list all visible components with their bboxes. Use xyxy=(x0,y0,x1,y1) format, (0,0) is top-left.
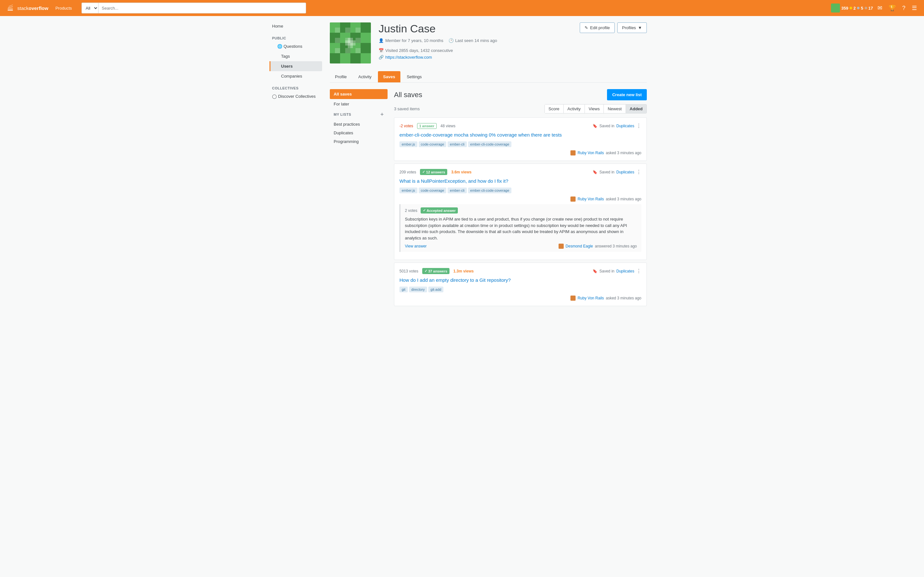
reputation-badge[interactable]: 359 2 5 17 xyxy=(831,3,873,13)
question-3-title[interactable]: How do I add an empty directory to a Git… xyxy=(399,277,641,284)
products-nav[interactable]: Products xyxy=(52,4,75,13)
question-3-save-info: 🔖 Saved in Duplicates ⋮ xyxy=(593,268,641,274)
question-2-more-button[interactable]: ⋮ xyxy=(636,169,641,175)
svg-rect-16 xyxy=(351,53,360,63)
last-seen: 🕐 Last seen 14 mins ago xyxy=(449,38,497,43)
sort-views-button[interactable]: Views xyxy=(585,105,604,113)
saves-main: All saves Create new list 3 saved items … xyxy=(394,89,647,309)
view-answer-link-2[interactable]: View answer xyxy=(405,244,427,248)
tag-git-3[interactable]: git xyxy=(399,287,408,292)
svg-rect-18 xyxy=(335,27,340,33)
svg-rect-13 xyxy=(360,43,371,53)
list-duplicates[interactable]: Duplicates xyxy=(330,129,388,137)
list-programming[interactable]: Programming xyxy=(330,137,388,146)
svg-rect-19 xyxy=(345,27,351,33)
question-2-footer: Ruby Von Rails asked 3 minutes ago xyxy=(399,197,641,201)
question-3-tags: git directory git-add xyxy=(399,287,641,292)
question-2-tags: ember.js code-coverage ember-cli ember-c… xyxy=(399,187,641,193)
asker-name-3[interactable]: Ruby Von Rails xyxy=(577,296,604,300)
answer-snippet-2: 2 votes ✓ Accepted answer Subscription k… xyxy=(399,204,641,252)
sidebar-item-tags[interactable]: Tags xyxy=(270,51,322,61)
sidebar-item-users[interactable]: Users xyxy=(270,61,322,71)
sidebar-item-discover-collectives[interactable]: ◯ Discover Collectives xyxy=(270,91,322,101)
search-input[interactable] xyxy=(98,3,306,13)
gold-badge-count: 2 xyxy=(853,6,856,11)
tag-ember-js-2[interactable]: ember.js xyxy=(399,187,417,193)
tab-saves[interactable]: Saves xyxy=(378,71,401,82)
search-scope-dropdown[interactable]: All xyxy=(81,3,98,13)
question-2-title[interactable]: What is a NullPointerException, and how … xyxy=(399,177,641,184)
question-1-meta-top: -2 votes 1 answer 48 views 🔖 Saved in Du… xyxy=(399,123,641,129)
question-1-answers: 1 answer xyxy=(417,123,437,129)
answerer-name-2[interactable]: Desmond Eagle xyxy=(565,244,593,248)
sort-buttons: Score Activity Views Newest Added xyxy=(544,104,647,113)
answer-snippet-2-meta: 2 votes ✓ Accepted answer xyxy=(405,207,637,213)
sidebar-item-companies[interactable]: Companies xyxy=(270,71,322,81)
asker-name-1[interactable]: Ruby Von Rails xyxy=(577,151,604,155)
profile-header: Justin Case 👤 Member for 7 years, 10 mon… xyxy=(330,23,647,63)
tag-ember-cli-1[interactable]: ember-cli xyxy=(447,141,467,147)
tab-profile[interactable]: Profile xyxy=(330,71,352,82)
sidebar-item-home[interactable]: Home xyxy=(270,21,322,31)
question-1-more-button[interactable]: ⋮ xyxy=(636,123,641,129)
question-3-views: 1.3m views xyxy=(453,269,473,274)
sort-activity-button[interactable]: Activity xyxy=(564,105,585,113)
for-later-item[interactable]: For later xyxy=(330,99,388,109)
add-list-button[interactable]: + xyxy=(380,111,384,117)
saves-layout: All saves For later MY LISTS + Best prac… xyxy=(330,89,647,309)
profile-website-link[interactable]: 🔗 https://stackoverflow.com xyxy=(379,55,432,60)
member-icon: 👤 xyxy=(379,38,384,43)
profile-name: Justin Case xyxy=(379,23,572,35)
edit-profile-button[interactable]: ✎ Edit profile xyxy=(580,23,614,33)
question-3-more-button[interactable]: ⋮ xyxy=(636,268,641,274)
question-2-votes: 209 votes xyxy=(399,170,416,174)
question-1-title[interactable]: ember-cli-code-coverage mocha showing 0%… xyxy=(399,131,641,138)
bronze-badge-dot xyxy=(865,7,867,9)
profile-link-row: 🔗 https://stackoverflow.com xyxy=(379,55,572,60)
question-1-stats: -2 votes 1 answer 48 views xyxy=(399,123,455,129)
tag-ember-js-1[interactable]: ember.js xyxy=(399,141,417,147)
asker-name-2[interactable]: Ruby Von Rails xyxy=(577,197,604,201)
sort-newest-button[interactable]: Newest xyxy=(604,105,626,113)
tag-ember-cli-code-coverage-1[interactable]: ember-cli-code-coverage xyxy=(468,141,512,147)
help-icon[interactable]: ? xyxy=(900,3,907,13)
bookmark-icon-1: 🔖 xyxy=(593,124,598,128)
question-3-answers: ✓ 37 answers xyxy=(422,268,449,274)
tag-ember-cli-code-coverage-2[interactable]: ember-cli-code-coverage xyxy=(468,187,512,193)
question-item-3: 5013 votes ✓ 37 answers 1.3m views 🔖 Sav… xyxy=(394,263,647,306)
saves-sidebar: All saves For later MY LISTS + Best prac… xyxy=(330,89,388,309)
my-lists-header: MY LISTS + xyxy=(330,109,388,120)
menu-icon[interactable]: ☰ xyxy=(910,3,919,13)
tag-directory-3[interactable]: directory xyxy=(409,287,427,292)
logo[interactable]: stackoverflow xyxy=(5,3,48,13)
user-avatar-topbar[interactable] xyxy=(831,3,840,13)
visited: 📅 Visited 2855 days, 1432 consecutive xyxy=(379,48,453,53)
list-best-practices[interactable]: Best practices xyxy=(330,120,388,129)
question-3-save-list-link[interactable]: Duplicates xyxy=(616,269,634,274)
calendar-icon: 📅 xyxy=(379,48,384,53)
tab-settings[interactable]: Settings xyxy=(402,71,427,82)
all-saves-item[interactable]: All saves xyxy=(330,89,388,99)
answer-accepted-badge-2: ✓ Accepted answer xyxy=(421,207,458,213)
question-2-save-list-link[interactable]: Duplicates xyxy=(616,170,634,174)
sort-added-button[interactable]: Added xyxy=(626,105,646,113)
profile-avatar xyxy=(330,23,371,63)
svg-rect-15 xyxy=(340,53,351,63)
sort-score-button[interactable]: Score xyxy=(545,105,564,113)
profile-meta: 👤 Member for 7 years, 10 months 🕐 Last s… xyxy=(379,38,572,53)
pencil-icon: ✎ xyxy=(585,25,588,30)
profiles-dropdown-button[interactable]: Profiles ▼ xyxy=(617,23,647,33)
question-1-votes: -2 votes xyxy=(399,124,413,128)
tag-git-add-3[interactable]: git-add xyxy=(428,287,444,292)
create-new-list-button[interactable]: Create new list xyxy=(607,89,647,100)
achievements-icon[interactable]: 🏆 xyxy=(887,3,898,13)
tag-ember-cli-2[interactable]: ember-cli xyxy=(447,187,467,193)
sidebar-item-questions[interactable]: 🌐 Questions xyxy=(270,41,322,51)
inbox-icon[interactable]: ✉ xyxy=(876,3,884,13)
svg-rect-25 xyxy=(345,48,351,53)
gold-badge-dot xyxy=(850,7,852,9)
tag-code-coverage-1[interactable]: code-coverage xyxy=(419,141,447,147)
tab-activity[interactable]: Activity xyxy=(353,71,376,82)
question-1-save-list-link[interactable]: Duplicates xyxy=(616,124,634,128)
tag-code-coverage-2[interactable]: code-coverage xyxy=(419,187,447,193)
